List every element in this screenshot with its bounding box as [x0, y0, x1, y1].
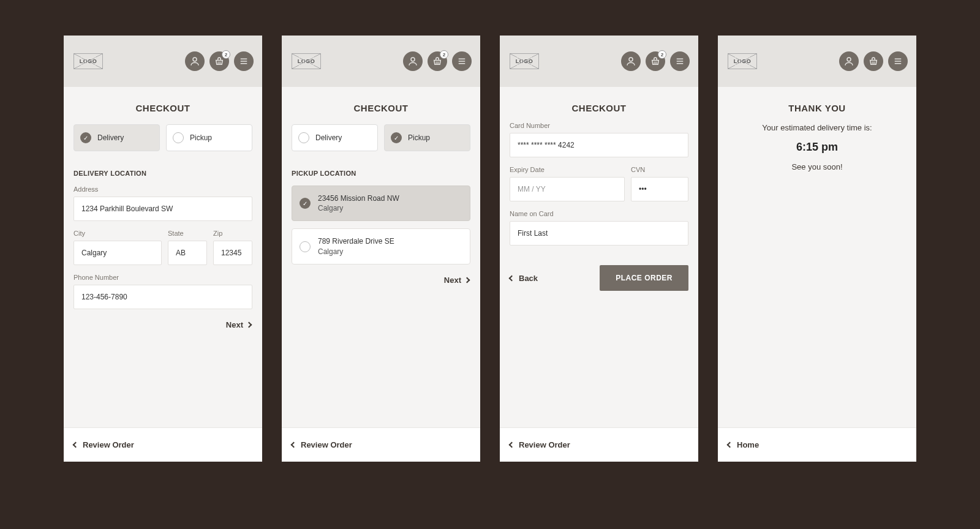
- segment-pickup-label: Pickup: [190, 133, 212, 142]
- review-order-link[interactable]: Review Order: [292, 440, 352, 449]
- content-area: CHECKOUT Delivery Pickup DELIVERY LOCATI…: [64, 87, 262, 427]
- section-heading: DELIVERY LOCATION: [74, 170, 252, 177]
- app-header: LOGO: [718, 36, 916, 87]
- home-link[interactable]: Home: [728, 440, 759, 449]
- segment-pickup-label: Pickup: [408, 133, 430, 142]
- content-area: CHECKOUT Delivery Pickup PICKUP LOCATION…: [282, 87, 480, 427]
- segment-pickup[interactable]: Pickup: [384, 124, 470, 151]
- review-order-link[interactable]: Review Order: [510, 440, 570, 449]
- expiry-input[interactable]: [510, 177, 625, 201]
- account-icon[interactable]: [403, 51, 423, 71]
- phone-label: Phone Number: [74, 274, 252, 281]
- basket-icon[interactable]: 2: [209, 51, 229, 71]
- phone-input[interactable]: [74, 285, 252, 309]
- cart-badge: 2: [658, 50, 666, 59]
- page-title: THANK YOU: [728, 103, 907, 113]
- chevron-left-icon: [509, 275, 515, 281]
- footer-bar: Review Order: [64, 427, 262, 462]
- zip-label: Zip: [213, 230, 252, 237]
- card-number-label: Card Number: [510, 122, 688, 129]
- app-header: LOGO 2: [64, 36, 262, 87]
- next-button[interactable]: Next: [226, 320, 251, 329]
- state-label: State: [168, 230, 207, 237]
- page-title: CHECKOUT: [292, 103, 470, 113]
- name-on-card-input[interactable]: [510, 221, 688, 246]
- account-icon[interactable]: [185, 51, 205, 71]
- cvn-label: CVN: [631, 166, 688, 173]
- closing-message: See you soon!: [728, 162, 907, 171]
- zip-input[interactable]: [213, 241, 252, 265]
- address-label: Address: [74, 186, 252, 193]
- page-title: CHECKOUT: [510, 103, 688, 113]
- fulfillment-segment: Delivery Pickup: [74, 124, 252, 151]
- chevron-right-icon: [246, 322, 252, 328]
- basket-icon[interactable]: 2: [428, 51, 447, 71]
- chevron-left-icon: [727, 442, 733, 448]
- back-button[interactable]: Back: [510, 274, 538, 283]
- menu-icon[interactable]: [888, 51, 908, 71]
- review-order-link[interactable]: Review Order: [74, 440, 134, 449]
- footer-bar: Home: [718, 427, 916, 462]
- segment-delivery[interactable]: Delivery: [292, 124, 378, 151]
- account-icon[interactable]: [621, 51, 641, 71]
- cart-badge: 2: [440, 50, 448, 59]
- radio-unchecked-icon: [300, 241, 311, 252]
- logo-placeholder[interactable]: LOGO: [510, 53, 539, 69]
- svg-point-1: [411, 58, 415, 61]
- header-icons: 2: [185, 51, 254, 71]
- header-icons: 2: [403, 51, 472, 71]
- logo-placeholder[interactable]: LOGO: [74, 53, 103, 69]
- radio-unchecked-icon: [298, 132, 309, 143]
- footer-bar: Review Order: [282, 427, 480, 462]
- page-title: CHECKOUT: [74, 103, 252, 113]
- checkout-payment-screen: LOGO 2 CHECKOUT Card Number Expiry Date …: [500, 36, 698, 462]
- chevron-left-icon: [509, 442, 515, 448]
- radio-checked-icon: [300, 198, 311, 209]
- estimated-time: 6:15 pm: [728, 141, 907, 154]
- checkout-pickup-screen: LOGO 2 CHECKOUT Delivery Pickup PICKUP L…: [282, 36, 480, 462]
- city-input[interactable]: [74, 241, 162, 265]
- segment-delivery[interactable]: Delivery: [74, 124, 160, 151]
- header-icons: [839, 51, 908, 71]
- menu-icon[interactable]: [234, 51, 254, 71]
- estimate-label: Your estimated delivery time is:: [728, 123, 907, 132]
- account-icon[interactable]: [839, 51, 859, 71]
- app-header: LOGO 2: [282, 36, 480, 87]
- footer-bar: Review Order: [500, 427, 698, 462]
- card-number-input[interactable]: [510, 133, 688, 157]
- chevron-left-icon: [291, 442, 297, 448]
- segment-delivery-label: Delivery: [315, 133, 342, 142]
- expiry-label: Expiry Date: [510, 166, 625, 173]
- cart-badge: 2: [222, 50, 230, 59]
- basket-icon[interactable]: [864, 51, 883, 71]
- thank-you-screen: LOGO THANK YOU Your estimated delivery t…: [718, 36, 916, 462]
- segment-pickup[interactable]: Pickup: [166, 124, 252, 151]
- radio-checked-icon: [391, 132, 402, 143]
- basket-icon[interactable]: 2: [646, 51, 665, 71]
- name-on-card-label: Name on Card: [510, 210, 688, 217]
- svg-point-2: [629, 58, 633, 61]
- pickup-location-2[interactable]: 789 Riverdale Drive SE Calgary: [292, 228, 470, 264]
- chevron-right-icon: [464, 277, 470, 283]
- place-order-button[interactable]: PLACE ORDER: [600, 265, 688, 291]
- chevron-left-icon: [73, 442, 79, 448]
- pickup-location-1[interactable]: 23456 Mission Road NW Calgary: [292, 186, 470, 221]
- header-icons: 2: [621, 51, 690, 71]
- menu-icon[interactable]: [670, 51, 690, 71]
- state-input[interactable]: [168, 241, 207, 265]
- content-area: CHECKOUT Card Number Expiry Date CVN Nam…: [500, 87, 698, 427]
- cvn-input[interactable]: [631, 177, 688, 201]
- radio-unchecked-icon: [173, 132, 184, 143]
- logo-placeholder[interactable]: LOGO: [728, 53, 757, 69]
- address-input[interactable]: [74, 197, 252, 221]
- menu-icon[interactable]: [452, 51, 472, 71]
- app-header: LOGO 2: [500, 36, 698, 87]
- logo-placeholder[interactable]: LOGO: [292, 53, 321, 69]
- content-area: THANK YOU Your estimated delivery time i…: [718, 87, 916, 427]
- section-heading: PICKUP LOCATION: [292, 170, 470, 177]
- checkout-delivery-screen: LOGO 2 CHECKOUT Delivery Pickup: [64, 36, 262, 462]
- radio-checked-icon: [80, 132, 91, 143]
- next-button[interactable]: Next: [444, 276, 469, 285]
- location-text: 23456 Mission Road NW Calgary: [318, 193, 399, 213]
- svg-point-3: [847, 58, 851, 61]
